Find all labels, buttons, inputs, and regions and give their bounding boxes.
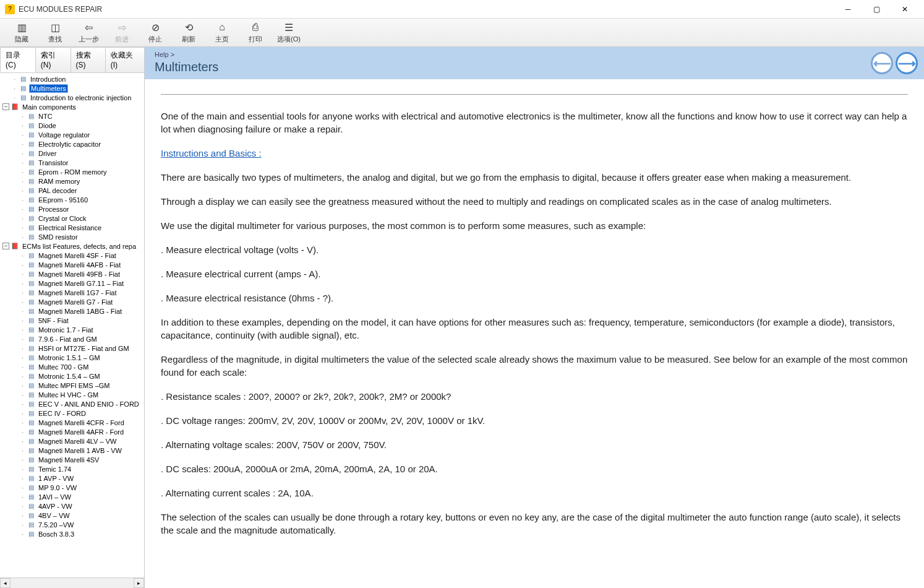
tree-node[interactable]: ·▤Voltage regulator: [0, 130, 144, 139]
tree-node[interactable]: ·▤Magneti Marelli 4CFR - Ford: [0, 418, 144, 427]
scroll-right-icon[interactable]: ▸: [134, 578, 144, 588]
tree-node[interactable]: ·▤EEC V - ANIL AND ENIO - FORD: [0, 399, 144, 409]
tree-label: Electrolytic capacitor: [37, 141, 102, 148]
tree-label: ECMs list Features, defects, and repa: [21, 243, 137, 250]
tree-node[interactable]: ·▤Processor: [0, 204, 144, 214]
tree-node[interactable]: ·▤Multec 700 - GM: [0, 362, 144, 371]
tab-index[interactable]: 索引(N): [35, 47, 71, 72]
print-icon: ⎙: [249, 21, 262, 33]
paragraph: One of the main and essential tools for …: [161, 110, 908, 136]
tree-node[interactable]: ·▤EEC IV - FORD: [0, 409, 144, 418]
tree-node[interactable]: ·▤Eprom - ROM memory: [0, 167, 144, 176]
close-button[interactable]: ✕: [891, 0, 919, 19]
nav-next-button[interactable]: ⟶: [896, 52, 918, 74]
list-item: . Measure electrical current (amps - A).: [161, 267, 908, 280]
tree-node[interactable]: ·▤Multec H VHC - GM: [0, 390, 144, 399]
tree-node[interactable]: ·▤Electrolytic capacitor: [0, 139, 144, 149]
doc-icon: ▤: [27, 150, 35, 157]
tree-label: Introduction to electronic injection: [29, 94, 132, 102]
tree-label: NTC: [37, 113, 54, 120]
options-icon: ☰: [282, 21, 296, 33]
tree-label: EEC IV - FORD: [37, 410, 87, 417]
tree-node[interactable]: ·▤Driver: [0, 149, 144, 158]
book-icon: 📕: [11, 103, 19, 111]
collapse-icon[interactable]: −: [2, 103, 9, 110]
stop-button[interactable]: ⊘停止: [139, 20, 172, 45]
tree-node[interactable]: ·▤Magneti Marelli 1 AVB - VW: [0, 446, 144, 455]
collapse-icon[interactable]: −: [2, 243, 9, 249]
tree-node[interactable]: ·▤RAM memory: [0, 176, 144, 186]
tree-node[interactable]: ·▤Bosch 3.8.3: [0, 529, 144, 538]
print-button[interactable]: ⎙打印: [239, 20, 272, 45]
tree-node[interactable]: ·▤Magneti Marelli 4AFB - Fiat: [0, 260, 144, 269]
back-button[interactable]: ⇦上一步: [72, 20, 105, 45]
scroll-left-icon[interactable]: ◂: [0, 578, 11, 588]
tree-node[interactable]: ·▤Magneti Marelli 4LV – VW: [0, 436, 144, 446]
tree-node[interactable]: ·▤Motronic 1.5.4 – GM: [0, 371, 144, 381]
tree-node[interactable]: ·▤Electrical Resistance: [0, 223, 144, 232]
doc-icon: ▤: [27, 382, 35, 389]
tree-node[interactable]: ·▤Magneti Marelli 4AFR - Ford: [0, 427, 144, 436]
tree-node[interactable]: ·▤Introduction: [0, 74, 144, 84]
tab-search[interactable]: 搜索(S): [71, 47, 106, 72]
list-item: . Resistance scales : 200?, 2000? or 2k?…: [161, 390, 908, 403]
minimize-button[interactable]: ─: [834, 0, 862, 19]
tree-node[interactable]: ·▤Magneti Marelli 4SV: [0, 455, 144, 464]
tree-node[interactable]: ·▤Diode: [0, 121, 144, 130]
tree-node[interactable]: ·▤Magneti Marelli 1G7 - Fiat: [0, 288, 144, 297]
home-button[interactable]: ⌂主页: [205, 20, 239, 45]
tree-node[interactable]: ·▤Multec MPFI EMS –GM: [0, 381, 144, 390]
options-button[interactable]: ☰选项(O): [272, 20, 306, 45]
tree-label: Magneti Marelli 49FB - Fiat: [37, 270, 121, 278]
tree-node[interactable]: ·▤Temic 1.74: [0, 464, 144, 473]
forward-button[interactable]: ⇨前进: [105, 20, 139, 45]
tree-node[interactable]: ·▤Magneti Marelli 49FB - Fiat: [0, 269, 144, 279]
tab-favorites[interactable]: 收藏夹(I): [105, 47, 145, 72]
paragraph: We use the digital multimeter for variou…: [161, 219, 908, 232]
tree-node[interactable]: ·▤EEprom - 95160: [0, 195, 144, 204]
hide-icon: ▥: [15, 21, 28, 33]
stop-icon: ⊘: [148, 21, 162, 33]
tree-node[interactable]: ·▤MP 9.0 - VW: [0, 483, 144, 492]
tree-node[interactable]: ·▤Magneti Marelli 1ABG - Fiat: [0, 306, 144, 316]
tree-node[interactable]: ·▤Motronic 1.5.1 – GM: [0, 353, 144, 362]
tree-node[interactable]: ·▤7.5.20 –VW: [0, 520, 144, 529]
tree-node[interactable]: ·▤SMD resistor: [0, 232, 144, 241]
refresh-icon: ⟲: [182, 21, 195, 33]
contents-tree[interactable]: ·▤Introduction·▤Multimeters·▤Introductio…: [0, 73, 144, 577]
tree-node[interactable]: ·▤1 AVP - VW: [0, 473, 144, 483]
doc-icon: ▤: [27, 345, 35, 352]
tree-node[interactable]: −📕ECMs list Features, defects, and repa: [0, 241, 144, 251]
tree-node[interactable]: ·▤Magneti Marelli G7 - Fiat: [0, 297, 144, 306]
tree-node[interactable]: ·▤Crystal or Clock: [0, 214, 144, 223]
refresh-button[interactable]: ⟲刷新: [172, 20, 205, 45]
tree-node[interactable]: ·▤NTC: [0, 111, 144, 121]
tree-label: Voltage regulator: [37, 131, 91, 139]
tree-node[interactable]: ·▤Motronic 1.7 - Fiat: [0, 325, 144, 334]
back-icon: ⇦: [82, 21, 95, 33]
tree-node[interactable]: ·▤HSFI or MT27E - Fiat and GM: [0, 344, 144, 353]
tree-node[interactable]: ·▤PAL decoder: [0, 186, 144, 195]
tree-node[interactable]: ·▤Magneti Marelli 4SF - Fiat: [0, 251, 144, 260]
tree-label: Main components: [21, 103, 77, 111]
tree-hscroll[interactable]: ◂ ▸: [0, 577, 144, 588]
tree-node[interactable]: ·▤Multimeters: [0, 84, 144, 93]
tree-node[interactable]: ·▤Magneti Marelli G7.11 – Fiat: [0, 279, 144, 288]
tree-node[interactable]: ·▤5NF - Fiat: [0, 316, 144, 325]
hide-button[interactable]: ▥隐藏: [5, 20, 38, 45]
tree-label: PAL decoder: [37, 187, 78, 194]
tree-node[interactable]: ·▤4BV – VW: [0, 511, 144, 520]
tab-contents[interactable]: 目录(C): [0, 47, 36, 72]
divider: [161, 94, 908, 95]
tree-node[interactable]: ·▤7.9.6 - Fiat and GM: [0, 334, 144, 344]
tree-node[interactable]: ·▤Introduction to electronic injection: [0, 93, 144, 102]
tree-node[interactable]: ·▤4AVP - VW: [0, 501, 144, 511]
find-button[interactable]: ◫查找: [38, 20, 72, 45]
maximize-button[interactable]: ▢: [862, 0, 891, 19]
content-body[interactable]: One of the main and essential tools for …: [145, 79, 924, 588]
tree-node[interactable]: ·▤Transistor: [0, 158, 144, 167]
tree-node[interactable]: −📕Main components: [0, 102, 144, 111]
tree-node[interactable]: ·▤1AVI – VW: [0, 492, 144, 501]
breadcrumb[interactable]: Help >: [155, 51, 174, 58]
nav-prev-button[interactable]: ⟵: [871, 52, 893, 74]
